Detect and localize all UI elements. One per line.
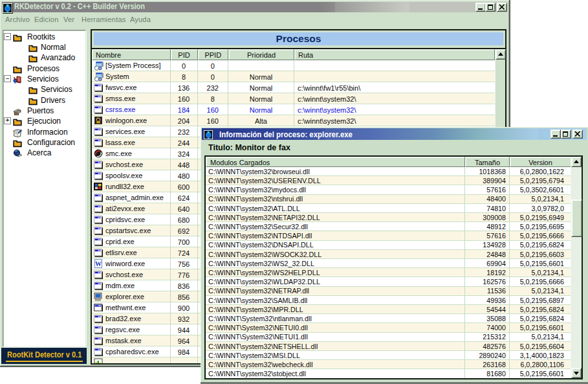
svg-text:W: W (95, 260, 102, 267)
